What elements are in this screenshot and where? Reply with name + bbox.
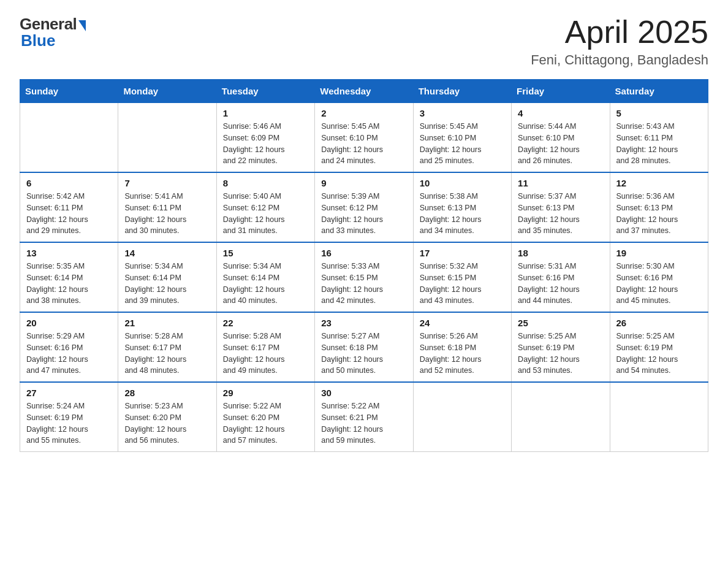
day-info: Sunrise: 5:39 AM Sunset: 6:12 PM Dayligh… (321, 191, 406, 237)
calendar-cell: 17Sunrise: 5:32 AM Sunset: 6:15 PM Dayli… (413, 242, 511, 312)
calendar-week-3: 13Sunrise: 5:35 AM Sunset: 6:14 PM Dayli… (20, 242, 708, 312)
calendar-cell: 23Sunrise: 5:27 AM Sunset: 6:18 PM Dayli… (315, 312, 413, 382)
day-number: 17 (420, 248, 505, 258)
location-title: Feni, Chittagong, Bangladesh (531, 52, 708, 68)
day-number: 28 (124, 388, 210, 398)
day-info: Sunrise: 5:45 AM Sunset: 6:10 PM Dayligh… (420, 121, 505, 167)
day-info: Sunrise: 5:24 AM Sunset: 6:19 PM Dayligh… (26, 400, 112, 446)
calendar-cell (413, 382, 511, 452)
calendar-cell: 1Sunrise: 5:46 AM Sunset: 6:09 PM Daylig… (216, 103, 314, 173)
day-info: Sunrise: 5:22 AM Sunset: 6:20 PM Dayligh… (223, 400, 308, 446)
day-info: Sunrise: 5:29 AM Sunset: 6:16 PM Dayligh… (26, 331, 112, 377)
calendar-cell: 30Sunrise: 5:22 AM Sunset: 6:21 PM Dayli… (315, 382, 413, 452)
column-header-sunday: Sunday (20, 80, 118, 103)
day-number: 11 (518, 178, 603, 188)
column-header-monday: Monday (118, 80, 216, 103)
day-number: 14 (124, 248, 210, 258)
calendar-cell: 16Sunrise: 5:33 AM Sunset: 6:15 PM Dayli… (315, 242, 413, 312)
day-info: Sunrise: 5:38 AM Sunset: 6:13 PM Dayligh… (420, 191, 505, 237)
day-info: Sunrise: 5:43 AM Sunset: 6:11 PM Dayligh… (616, 121, 702, 167)
day-number: 15 (223, 248, 308, 258)
day-info: Sunrise: 5:42 AM Sunset: 6:11 PM Dayligh… (26, 191, 112, 237)
calendar-cell: 2Sunrise: 5:45 AM Sunset: 6:10 PM Daylig… (315, 103, 413, 173)
calendar-cell (610, 382, 708, 452)
day-number: 29 (223, 388, 308, 398)
column-header-saturday: Saturday (610, 80, 708, 103)
day-info: Sunrise: 5:32 AM Sunset: 6:15 PM Dayligh… (420, 261, 505, 307)
day-info: Sunrise: 5:25 AM Sunset: 6:19 PM Dayligh… (616, 331, 702, 377)
day-number: 4 (518, 108, 603, 118)
day-info: Sunrise: 5:33 AM Sunset: 6:15 PM Dayligh… (321, 261, 406, 307)
day-number: 6 (26, 178, 112, 188)
day-number: 20 (26, 318, 112, 328)
column-header-tuesday: Tuesday (216, 80, 314, 103)
day-number: 24 (420, 318, 505, 328)
calendar-cell: 19Sunrise: 5:30 AM Sunset: 6:16 PM Dayli… (610, 242, 708, 312)
calendar-week-2: 6Sunrise: 5:42 AM Sunset: 6:11 PM Daylig… (20, 172, 708, 242)
day-info: Sunrise: 5:34 AM Sunset: 6:14 PM Dayligh… (223, 261, 308, 307)
day-number: 23 (321, 318, 406, 328)
calendar-cell: 27Sunrise: 5:24 AM Sunset: 6:19 PM Dayli… (20, 382, 118, 452)
logo-arrow-icon (78, 20, 86, 31)
calendar-cell: 18Sunrise: 5:31 AM Sunset: 6:16 PM Dayli… (512, 242, 610, 312)
calendar-cell: 5Sunrise: 5:43 AM Sunset: 6:11 PM Daylig… (610, 103, 708, 173)
calendar-cell: 13Sunrise: 5:35 AM Sunset: 6:14 PM Dayli… (20, 242, 118, 312)
calendar-cell: 9Sunrise: 5:39 AM Sunset: 6:12 PM Daylig… (315, 172, 413, 242)
calendar-cell: 4Sunrise: 5:44 AM Sunset: 6:10 PM Daylig… (512, 103, 610, 173)
day-number: 25 (518, 318, 603, 328)
day-number: 2 (321, 108, 406, 118)
day-number: 21 (124, 318, 210, 328)
calendar-cell: 10Sunrise: 5:38 AM Sunset: 6:13 PM Dayli… (413, 172, 511, 242)
day-number: 3 (420, 108, 505, 118)
calendar-week-5: 27Sunrise: 5:24 AM Sunset: 6:19 PM Dayli… (20, 382, 708, 452)
calendar-cell: 14Sunrise: 5:34 AM Sunset: 6:14 PM Dayli… (118, 242, 216, 312)
calendar-cell: 25Sunrise: 5:25 AM Sunset: 6:19 PM Dayli… (512, 312, 610, 382)
calendar-cell (20, 103, 118, 173)
day-info: Sunrise: 5:40 AM Sunset: 6:12 PM Dayligh… (223, 191, 308, 237)
calendar-cell: 24Sunrise: 5:26 AM Sunset: 6:18 PM Dayli… (413, 312, 511, 382)
day-info: Sunrise: 5:22 AM Sunset: 6:21 PM Dayligh… (321, 400, 406, 446)
day-info: Sunrise: 5:28 AM Sunset: 6:17 PM Dayligh… (124, 331, 210, 377)
day-number: 27 (26, 388, 112, 398)
column-header-friday: Friday (512, 80, 610, 103)
day-number: 13 (26, 248, 112, 258)
day-info: Sunrise: 5:46 AM Sunset: 6:09 PM Dayligh… (223, 121, 308, 167)
day-info: Sunrise: 5:31 AM Sunset: 6:16 PM Dayligh… (518, 261, 603, 307)
day-info: Sunrise: 5:45 AM Sunset: 6:10 PM Dayligh… (321, 121, 406, 167)
calendar-cell: 8Sunrise: 5:40 AM Sunset: 6:12 PM Daylig… (216, 172, 314, 242)
calendar-cell: 20Sunrise: 5:29 AM Sunset: 6:16 PM Dayli… (20, 312, 118, 382)
calendar-cell: 6Sunrise: 5:42 AM Sunset: 6:11 PM Daylig… (20, 172, 118, 242)
calendar-cell: 12Sunrise: 5:36 AM Sunset: 6:13 PM Dayli… (610, 172, 708, 242)
title-section: April 2025 Feni, Chittagong, Bangladesh (531, 15, 708, 68)
day-number: 18 (518, 248, 603, 258)
calendar-cell: 26Sunrise: 5:25 AM Sunset: 6:19 PM Dayli… (610, 312, 708, 382)
day-number: 19 (616, 248, 702, 258)
day-info: Sunrise: 5:28 AM Sunset: 6:17 PM Dayligh… (223, 331, 308, 377)
day-info: Sunrise: 5:26 AM Sunset: 6:18 PM Dayligh… (420, 331, 505, 377)
calendar-cell (512, 382, 610, 452)
day-number: 30 (321, 388, 406, 398)
day-info: Sunrise: 5:25 AM Sunset: 6:19 PM Dayligh… (518, 331, 603, 377)
column-header-wednesday: Wednesday (315, 80, 413, 103)
day-number: 10 (420, 178, 505, 188)
calendar-week-4: 20Sunrise: 5:29 AM Sunset: 6:16 PM Dayli… (20, 312, 708, 382)
day-number: 12 (616, 178, 702, 188)
logo: General Blue (20, 15, 86, 50)
day-info: Sunrise: 5:34 AM Sunset: 6:14 PM Dayligh… (124, 261, 210, 307)
calendar-table: SundayMondayTuesdayWednesdayThursdayFrid… (20, 79, 708, 452)
day-number: 9 (321, 178, 406, 188)
calendar-cell: 29Sunrise: 5:22 AM Sunset: 6:20 PM Dayli… (216, 382, 314, 452)
day-number: 7 (124, 178, 210, 188)
day-number: 1 (223, 108, 308, 118)
day-number: 8 (223, 178, 308, 188)
calendar-week-1: 1Sunrise: 5:46 AM Sunset: 6:09 PM Daylig… (20, 103, 708, 173)
day-number: 26 (616, 318, 702, 328)
calendar-cell: 15Sunrise: 5:34 AM Sunset: 6:14 PM Dayli… (216, 242, 314, 312)
day-number: 5 (616, 108, 702, 118)
calendar-cell: 3Sunrise: 5:45 AM Sunset: 6:10 PM Daylig… (413, 103, 511, 173)
day-info: Sunrise: 5:44 AM Sunset: 6:10 PM Dayligh… (518, 121, 603, 167)
month-title: April 2025 (531, 15, 708, 50)
day-info: Sunrise: 5:23 AM Sunset: 6:20 PM Dayligh… (124, 400, 210, 446)
page-header: General Blue April 2025 Feni, Chittagong… (20, 15, 708, 68)
calendar-cell: 28Sunrise: 5:23 AM Sunset: 6:20 PM Dayli… (118, 382, 216, 452)
